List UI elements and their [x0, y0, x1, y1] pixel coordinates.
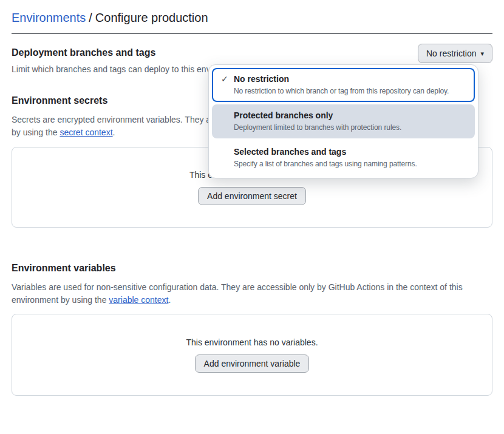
- secrets-description-period: .: [113, 127, 115, 137]
- branch-policy-selected-value: No restriction: [426, 49, 476, 58]
- variables-empty-box: This environment has no variables. Add e…: [12, 314, 492, 396]
- menu-item-selected-branches-and-tags[interactable]: Selected branches and tags Specify a lis…: [212, 141, 475, 175]
- add-environment-secret-button[interactable]: Add environment secret: [198, 187, 306, 205]
- environment-variables-heading: Environment variables: [12, 262, 492, 275]
- page-title: Environments/Configure production: [12, 10, 492, 25]
- page-header: Environments/Configure production: [12, 10, 492, 34]
- breadcrumb-separator: /: [89, 11, 92, 24]
- variables-description-period: .: [168, 295, 171, 305]
- menu-item-title: Selected branches and tags: [234, 146, 469, 158]
- variables-empty-text: This environment has no variables.: [186, 337, 318, 347]
- menu-item-description: Deployment limited to branches with prot…: [234, 122, 469, 134]
- add-environment-variable-button[interactable]: Add environment variable: [195, 354, 310, 373]
- variables-description-text: Variables are used for non-sensitive con…: [12, 282, 463, 305]
- environment-variables-section: Environment variables Variables are used…: [12, 262, 492, 396]
- breadcrumb-current: Configure production: [95, 11, 208, 24]
- menu-item-description: No restriction to which branch or tag fr…: [234, 86, 469, 97]
- menu-item-protected-branches-only[interactable]: Protected branches only Deployment limit…: [212, 104, 475, 138]
- branch-policy-dropdown-menu: ✓ No restriction No restriction to which…: [208, 64, 478, 178]
- environment-settings-page: Environments/Configure production Deploy…: [0, 0, 504, 434]
- secret-context-link[interactable]: secret context: [60, 127, 112, 137]
- check-icon: ✓: [221, 74, 228, 84]
- branch-policy-dropdown-button[interactable]: No restriction ▾: [418, 44, 492, 63]
- caret-down-icon: ▾: [480, 50, 484, 57]
- environment-variables-description: Variables are used for non-sensitive con…: [12, 281, 478, 307]
- breadcrumb-environments-link[interactable]: Environments: [12, 11, 86, 24]
- menu-item-title: Protected branches only: [234, 109, 469, 121]
- variable-context-link[interactable]: variable context: [109, 295, 168, 305]
- menu-item-no-restriction[interactable]: ✓ No restriction No restriction to which…: [212, 68, 475, 102]
- menu-item-title: No restriction: [234, 73, 469, 85]
- menu-item-description: Specify a list of branches and tags usin…: [234, 158, 469, 170]
